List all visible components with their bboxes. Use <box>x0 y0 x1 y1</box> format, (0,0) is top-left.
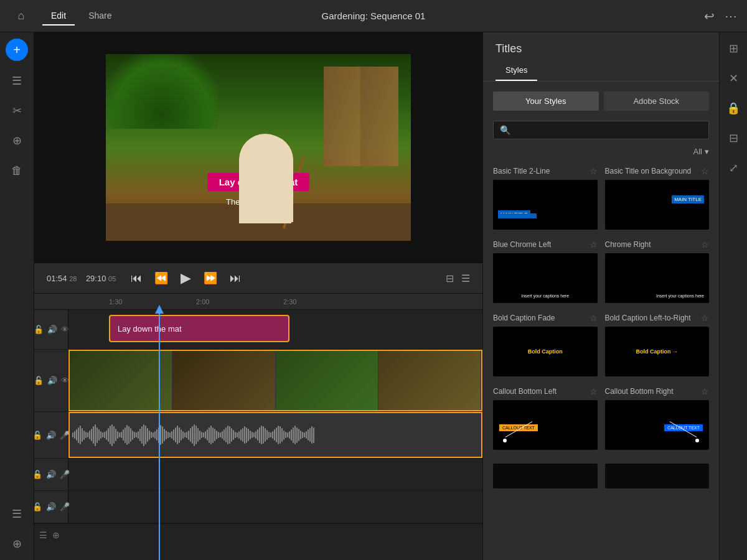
lock-icon-2[interactable]: 🔓 <box>34 376 44 385</box>
step-forward-button[interactable]: ⏩ <box>201 269 220 287</box>
wave-bar <box>190 428 191 442</box>
video-clip[interactable] <box>68 350 482 411</box>
settings-icon[interactable]: ☰ <box>461 273 470 284</box>
title-card-extra-2 <box>605 460 710 488</box>
search-input[interactable] <box>515 126 702 135</box>
add-button[interactable]: + <box>6 39 28 61</box>
wave-bar <box>281 428 283 442</box>
titles-row-2: Blue Chrome Left ☆ Chrome Right ☆ <box>493 240 709 303</box>
wave-bar <box>143 424 144 446</box>
title-card-basic-bg: Basic Title on Background ☆ MAIN TITLE <box>605 166 710 230</box>
wave-bar <box>293 427 294 443</box>
wave-bar <box>158 427 159 443</box>
audio-vol-icon-2[interactable]: 🔊 <box>46 470 56 479</box>
title-name-basic-2line: Basic Title 2-Line <box>493 167 550 175</box>
lock-icon[interactable]: 🔓 <box>34 325 44 334</box>
audio-waveform[interactable] <box>68 412 482 458</box>
wave-bar <box>197 428 199 442</box>
your-styles-button[interactable]: Your Styles <box>493 91 599 111</box>
effects-panel-icon[interactable]: ✕ <box>723 68 743 88</box>
title-clip[interactable]: Lay down the mat <box>109 315 289 342</box>
share-tab[interactable]: Share <box>80 7 120 26</box>
step-back-button[interactable]: ⏪ <box>152 269 171 287</box>
delete-icon[interactable]: 🗑 <box>7 161 27 180</box>
home-button[interactable]: ⌂ <box>10 5 32 27</box>
thumb-chrome-right[interactable] <box>605 253 710 303</box>
wave-bar <box>306 431 307 439</box>
wave-bar <box>87 432 88 437</box>
audio-icon-2[interactable]: 🔊 <box>47 376 57 385</box>
star-blue-chrome-left[interactable]: ☆ <box>590 240 598 250</box>
star-bold-lr[interactable]: ☆ <box>701 313 709 323</box>
cut-icon[interactable]: ✂ <box>7 101 27 121</box>
wave-bar <box>182 431 184 439</box>
wave-bar <box>278 426 279 444</box>
thumb-basic-bg[interactable]: MAIN TITLE <box>605 180 710 230</box>
right-panel: Titles Styles Your Styles Adobe Stock 🔍 … <box>482 32 719 560</box>
chevron-down-icon: ▾ <box>705 147 709 156</box>
callout-dot-left <box>503 439 507 442</box>
wave-bar <box>147 428 148 442</box>
skip-to-end-button[interactable]: ⏭ <box>227 269 243 287</box>
adobe-stock-button[interactable]: Adobe Stock <box>604 91 710 111</box>
thumb-extra-1[interactable] <box>493 464 598 488</box>
wave-bar <box>117 431 118 439</box>
ruler-mark-200: 2:00 <box>196 298 209 306</box>
list-view-icon[interactable]: ☰ <box>39 530 47 540</box>
wave-bar <box>209 427 210 443</box>
edit-tab[interactable]: Edit <box>42 7 75 26</box>
layers-icon[interactable]: ⊕ <box>7 131 27 151</box>
audio-icon[interactable]: 🔊 <box>47 325 57 334</box>
add-track-icon[interactable]: ⊕ <box>7 534 27 554</box>
wave-bar <box>253 432 255 437</box>
media-icon[interactable]: ☰ <box>7 71 27 91</box>
wave-bar <box>280 426 281 444</box>
star-basic-2line[interactable]: ☆ <box>590 166 598 176</box>
lock-icon-3[interactable]: 🔓 <box>34 431 42 440</box>
ruler-mark-130: 1:30 <box>109 298 122 306</box>
multi-cam-icon[interactable]: ⊟ <box>446 273 454 284</box>
styles-tab[interactable]: Styles <box>496 60 537 81</box>
wave-bar <box>106 431 107 440</box>
thumb-blue-chrome-left[interactable] <box>493 253 598 303</box>
comment-button[interactable]: ⋯ <box>725 9 737 24</box>
skip-to-start-button[interactable]: ⏮ <box>128 269 144 287</box>
star-callout-left[interactable]: ☆ <box>590 386 598 396</box>
play-button[interactable]: ▶ <box>178 268 194 289</box>
title-name-basic-bg: Basic Title on Background <box>605 167 692 175</box>
add-track-bottom-icon[interactable]: ⊕ <box>52 530 60 540</box>
thumb-bold-fade[interactable] <box>493 327 598 376</box>
wave-bar <box>289 431 290 439</box>
visible-icon-2[interactable]: 👁 <box>61 376 69 385</box>
audio-vol-icon[interactable]: 🔊 <box>46 431 56 440</box>
audio-vol-icon-3[interactable]: 🔊 <box>46 502 56 511</box>
callout-dot-right <box>695 439 699 442</box>
titles-row-1: Basic Title 2-Line ☆ MAIN TITLE Basic Ti… <box>493 166 709 230</box>
audio-panel-icon[interactable]: ⊟ <box>723 128 743 148</box>
transform-panel-icon[interactable]: ⤢ <box>723 158 743 178</box>
visible-icon[interactable]: 👁 <box>61 325 69 334</box>
all-filter-dropdown[interactable]: All ▾ <box>693 147 709 156</box>
star-basic-bg[interactable]: ☆ <box>701 166 709 176</box>
empty-track-controls-1: 🔓 🔊 🎤 <box>34 459 68 490</box>
thumb-extra-2[interactable] <box>605 464 710 488</box>
titles-panel-icon[interactable]: ⊞ <box>723 39 743 58</box>
lock-icon-5[interactable]: 🔓 <box>34 502 42 511</box>
thumb-callout-right[interactable]: CALLOUT TEXT <box>605 400 710 450</box>
list-icon[interactable]: ☰ <box>7 504 27 524</box>
wave-bar <box>78 427 79 443</box>
thumb-bold-lr[interactable] <box>605 327 710 376</box>
star-bold-fade[interactable]: ☆ <box>590 313 598 323</box>
color-panel-icon[interactable]: 🔒 <box>723 98 743 118</box>
star-chrome-right[interactable]: ☆ <box>701 240 709 250</box>
preview-area: Lay down the mat Then start digging <box>34 32 482 263</box>
titles-row-4: Callout Bottom Left ☆ CALLOUT TEXT Callo… <box>493 386 709 450</box>
thumb-basic-2line[interactable]: MAIN TITLE <box>493 180 598 230</box>
thumb-callout-left[interactable]: CALLOUT TEXT <box>493 400 598 450</box>
wave-bar <box>210 426 212 444</box>
wave-bar <box>154 431 156 439</box>
wave-bar <box>153 432 154 437</box>
undo-button[interactable]: ↩ <box>704 9 715 24</box>
star-callout-right[interactable]: ☆ <box>701 386 709 396</box>
lock-icon-4[interactable]: 🔓 <box>34 470 42 479</box>
